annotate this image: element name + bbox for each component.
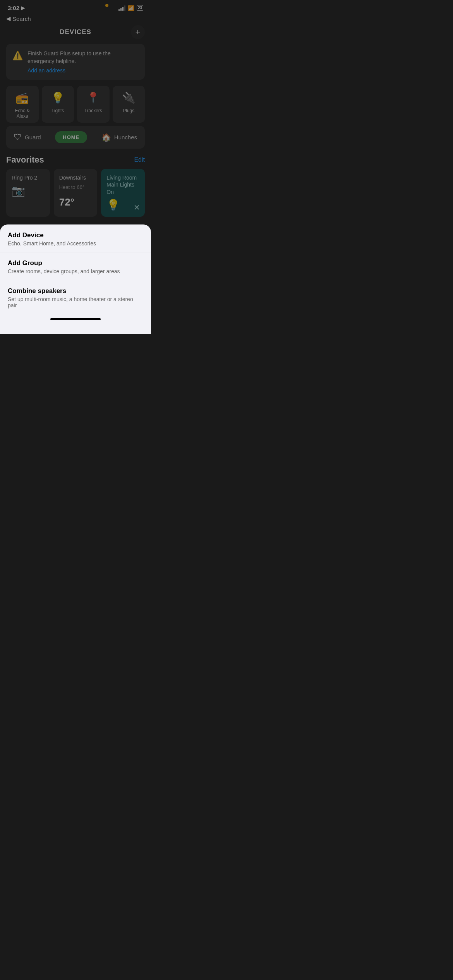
home-indicator — [0, 314, 151, 322]
time-display: 3:02 — [8, 5, 19, 11]
bottom-sheet: Add Device Echo, Smart Home, and Accesso… — [0, 224, 151, 334]
favorites-row: Ring Pro 2 📷 Downstairs Heat to 66° 72° … — [6, 169, 145, 217]
fav-ring-title: Ring Pro 2 — [12, 174, 45, 181]
trackers-label: Trackers — [84, 108, 102, 113]
location-arrow-icon: ▶ — [21, 5, 25, 11]
add-device-button[interactable]: + — [131, 25, 145, 39]
hunches-label: Hunches — [114, 134, 137, 140]
home-bar — [50, 318, 101, 320]
category-trackers[interactable]: 📍 Trackers — [77, 86, 110, 123]
plugs-label: Plugs — [123, 108, 134, 113]
status-bar: 3:02 ▶ 📶 23 — [0, 0, 151, 14]
favorites-edit-button[interactable]: Edit — [134, 156, 145, 163]
battery-icon: 23 — [137, 5, 143, 11]
notification-dot — [105, 4, 108, 7]
add-device-menu-item[interactable]: Add Device Echo, Smart Home, and Accesso… — [0, 224, 151, 252]
warning-icon: ⚠️ — [12, 51, 23, 61]
fav-living-title: Living Room Main Lights On — [106, 174, 139, 195]
add-group-subtitle: Create rooms, device groups, and larger … — [8, 268, 143, 274]
favorites-header: Favorites Edit — [6, 155, 145, 165]
page-header: DEVICES + — [0, 25, 151, 41]
back-arrow-icon: ◀ — [6, 15, 11, 22]
fav-downstairs-value: 72° — [59, 196, 92, 208]
add-device-title: Add Device — [8, 231, 143, 239]
guard-icon: 🛡 — [14, 133, 22, 142]
echo-label: Echo & Alexa — [9, 108, 36, 119]
guard-mode-item[interactable]: 🛡 Guard — [14, 133, 41, 142]
lights-icon: 💡 — [51, 91, 65, 104]
combine-speakers-subtitle: Set up multi-room music, a home theater … — [8, 296, 143, 308]
fav-downstairs-subtitle: Heat to 66° — [59, 184, 92, 190]
alert-banner: ⚠️ Finish Guard Plus setup to use the em… — [6, 44, 145, 80]
back-navigation[interactable]: ◀ Search — [0, 14, 151, 25]
add-device-subtitle: Echo, Smart Home, and Accessories — [8, 240, 143, 247]
device-categories-grid: 📻 Echo & Alexa 💡 Lights 📍 Trackers 🔌 Plu… — [6, 86, 145, 123]
plugs-icon: 🔌 — [122, 91, 136, 104]
fav-downstairs-title: Downstairs — [59, 174, 92, 181]
mode-row: 🛡 Guard HOME 🏠 Hunches — [6, 126, 145, 149]
alert-message: Finish Guard Plus setup to use the emerg… — [27, 50, 111, 64]
category-lights[interactable]: 💡 Lights — [42, 86, 74, 123]
trackers-icon: 📍 — [86, 91, 100, 104]
favorite-card-downstairs-heat[interactable]: Downstairs Heat to 66° 72° — [54, 169, 98, 217]
category-echo-alexa[interactable]: 📻 Echo & Alexa — [6, 86, 39, 123]
signal-icon — [118, 5, 125, 11]
guard-label: Guard — [25, 134, 41, 140]
camera-icon: 📷 — [12, 184, 45, 197]
combine-speakers-title: Combine speakers — [8, 287, 143, 295]
category-plugs[interactable]: 🔌 Plugs — [113, 86, 145, 123]
hunches-icon: 🏠 — [101, 133, 111, 142]
page-title: DEVICES — [60, 28, 91, 36]
home-mode-button[interactable]: HOME — [55, 131, 87, 143]
echo-icon: 📻 — [15, 91, 29, 104]
combine-speakers-menu-item[interactable]: Combine speakers Set up multi-room music… — [0, 280, 151, 314]
wifi-icon: 📶 — [128, 5, 134, 11]
lights-label: Lights — [51, 108, 64, 113]
hunches-mode-item[interactable]: 🏠 Hunches — [101, 133, 137, 142]
favorite-card-ring-pro-2[interactable]: Ring Pro 2 📷 — [6, 169, 50, 217]
favorites-title: Favorites — [6, 155, 44, 165]
favorite-card-living-room-lights[interactable]: Living Room Main Lights On 💡 ✕ — [101, 169, 145, 217]
fav-close-button[interactable]: ✕ — [134, 203, 140, 212]
add-group-menu-item[interactable]: Add Group Create rooms, device groups, a… — [0, 252, 151, 280]
back-label: Search — [12, 15, 31, 22]
add-address-link[interactable]: Add an address — [27, 67, 139, 74]
add-group-title: Add Group — [8, 259, 143, 267]
